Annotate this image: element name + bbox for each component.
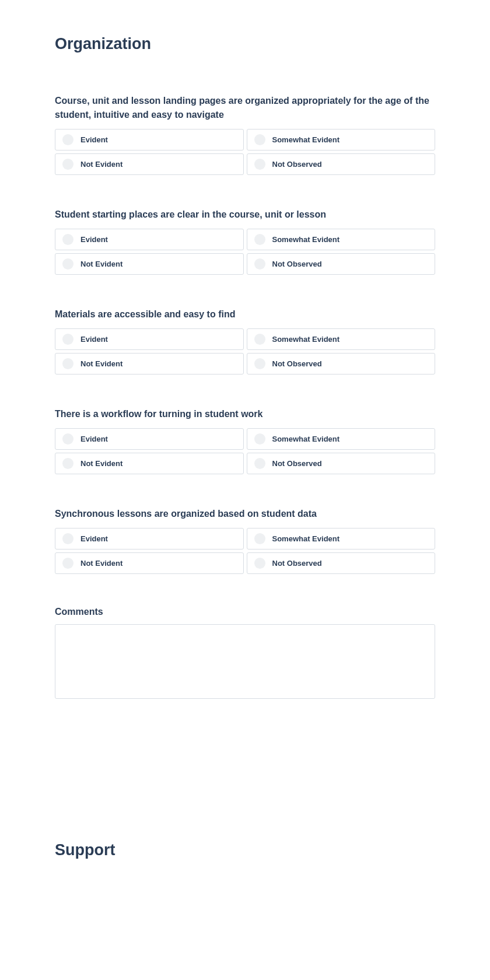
- option-not-observed[interactable]: Not Observed: [247, 353, 436, 374]
- radio-icon: [254, 458, 265, 469]
- option-not-evident[interactable]: Not Evident: [55, 552, 244, 574]
- option-label: Not Observed: [272, 160, 322, 169]
- question-block: There is a workflow for turning in stude…: [55, 407, 435, 474]
- radio-icon: [254, 159, 265, 170]
- radio-icon: [62, 358, 74, 369]
- option-label: Evident: [80, 235, 108, 244]
- option-not-observed[interactable]: Not Observed: [247, 552, 436, 574]
- option-not-evident[interactable]: Not Evident: [55, 153, 244, 175]
- option-label: Not Evident: [80, 559, 123, 568]
- option-evident[interactable]: Evident: [55, 528, 244, 550]
- question-text: There is a workflow for turning in stude…: [55, 407, 435, 421]
- options-grid: Evident Somewhat Evident Not Evident Not…: [55, 129, 435, 175]
- option-label: Somewhat Evident: [272, 335, 340, 344]
- radio-icon: [62, 433, 74, 444]
- comments-input[interactable]: [55, 624, 435, 699]
- option-not-observed[interactable]: Not Observed: [247, 453, 436, 474]
- option-label: Not Observed: [272, 459, 322, 468]
- option-not-observed[interactable]: Not Observed: [247, 253, 436, 275]
- option-somewhat-evident[interactable]: Somewhat Evident: [247, 328, 436, 350]
- question-block: Synchronous lessons are organized based …: [55, 507, 435, 574]
- question-block: Student starting places are clear in the…: [55, 208, 435, 275]
- radio-icon: [254, 533, 265, 544]
- question-text: Materials are accessible and easy to fin…: [55, 307, 435, 321]
- option-evident[interactable]: Evident: [55, 428, 244, 450]
- option-not-evident[interactable]: Not Evident: [55, 453, 244, 474]
- options-grid: Evident Somewhat Evident Not Evident Not…: [55, 328, 435, 374]
- option-label: Not Evident: [80, 459, 123, 468]
- option-somewhat-evident[interactable]: Somewhat Evident: [247, 528, 436, 550]
- radio-icon: [62, 458, 74, 469]
- radio-icon: [62, 234, 74, 245]
- radio-icon: [62, 159, 74, 170]
- question-block: Materials are accessible and easy to fin…: [55, 307, 435, 374]
- option-not-evident[interactable]: Not Evident: [55, 353, 244, 374]
- option-evident[interactable]: Evident: [55, 229, 244, 250]
- option-label: Not Observed: [272, 359, 322, 368]
- option-not-evident[interactable]: Not Evident: [55, 253, 244, 275]
- options-grid: Evident Somewhat Evident Not Evident Not…: [55, 528, 435, 574]
- option-somewhat-evident[interactable]: Somewhat Evident: [247, 229, 436, 250]
- option-label: Not Observed: [272, 260, 322, 268]
- radio-icon: [62, 258, 74, 270]
- radio-icon: [62, 134, 74, 145]
- options-grid: Evident Somewhat Evident Not Evident Not…: [55, 229, 435, 275]
- question-block: Course, unit and lesson landing pages ar…: [55, 94, 435, 175]
- radio-icon: [254, 234, 265, 245]
- radio-icon: [254, 134, 265, 145]
- radio-icon: [254, 334, 265, 345]
- options-grid: Evident Somewhat Evident Not Evident Not…: [55, 428, 435, 474]
- radio-icon: [62, 558, 74, 569]
- option-label: Not Evident: [80, 260, 123, 268]
- option-label: Somewhat Evident: [272, 435, 340, 443]
- radio-icon: [254, 258, 265, 270]
- radio-icon: [254, 358, 265, 369]
- option-evident[interactable]: Evident: [55, 129, 244, 150]
- comments-block: Comments: [55, 607, 435, 701]
- option-label: Somewhat Evident: [272, 135, 340, 144]
- comments-label: Comments: [55, 607, 435, 617]
- section-title-organization: Organization: [55, 35, 435, 53]
- question-text: Synchronous lessons are organized based …: [55, 507, 435, 521]
- radio-icon: [254, 433, 265, 444]
- option-label: Somewhat Evident: [272, 534, 340, 543]
- section-title-support: Support: [55, 841, 435, 859]
- question-text: Student starting places are clear in the…: [55, 208, 435, 222]
- option-label: Not Observed: [272, 559, 322, 568]
- option-evident[interactable]: Evident: [55, 328, 244, 350]
- radio-icon: [254, 558, 265, 569]
- option-somewhat-evident[interactable]: Somewhat Evident: [247, 129, 436, 150]
- radio-icon: [62, 533, 74, 544]
- option-label: Evident: [80, 534, 108, 543]
- option-label: Somewhat Evident: [272, 235, 340, 244]
- radio-icon: [62, 334, 74, 345]
- option-label: Evident: [80, 335, 108, 344]
- option-label: Evident: [80, 435, 108, 443]
- question-text: Course, unit and lesson landing pages ar…: [55, 94, 435, 122]
- option-label: Not Evident: [80, 160, 123, 169]
- option-label: Not Evident: [80, 359, 123, 368]
- option-not-observed[interactable]: Not Observed: [247, 153, 436, 175]
- option-label: Evident: [80, 135, 108, 144]
- option-somewhat-evident[interactable]: Somewhat Evident: [247, 428, 436, 450]
